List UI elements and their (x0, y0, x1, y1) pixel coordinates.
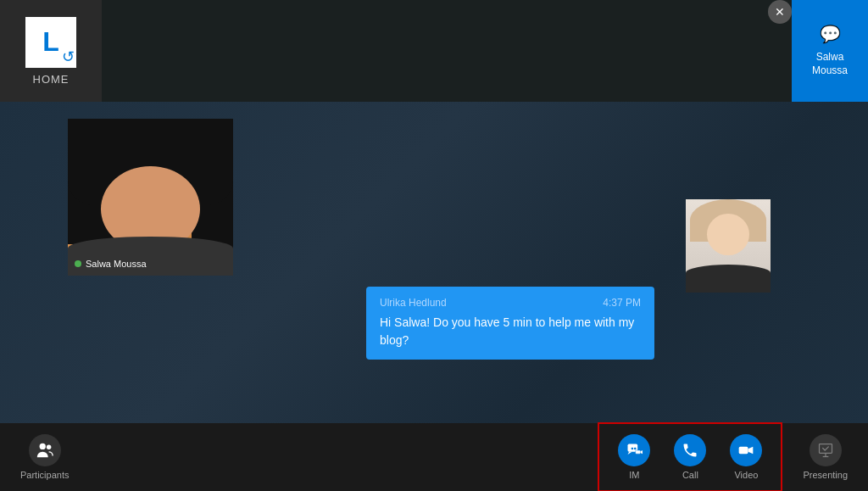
home-button[interactable]: L ↺ HOME (0, 0, 102, 102)
participant-ulrika-tile (686, 199, 771, 293)
presence-indicator (75, 260, 81, 267)
main-content: Salwa Moussa Ulrika Hedlund 4:37 PM Hi S… (0, 102, 868, 423)
chat-message: Hi Salwa! Do you have 5 min to help me w… (380, 314, 641, 349)
svg-rect-8 (739, 447, 748, 454)
participants-icon (29, 434, 61, 466)
chat-icon: 💬 (820, 24, 841, 44)
chat-time: 4:37 PM (603, 297, 641, 309)
ulrika-clothes (686, 265, 771, 293)
call-label: Call (682, 470, 698, 480)
close-button[interactable]: ✕ (768, 0, 792, 24)
presenting-label: Presenting (803, 470, 848, 480)
svg-rect-5 (634, 448, 637, 450)
svg-rect-4 (632, 448, 634, 450)
svg-marker-9 (748, 447, 754, 454)
avatar-clothes (68, 237, 233, 276)
im-label: IM (629, 470, 639, 480)
chat-sender: Ulrika Hedlund (380, 297, 447, 309)
svg-marker-3 (628, 452, 632, 455)
im-icon (618, 434, 650, 466)
im-button[interactable]: IM (606, 427, 662, 487)
call-icon (674, 434, 706, 466)
participants-button[interactable]: Participants (8, 427, 81, 487)
chat-bubble: Ulrika Hedlund 4:37 PM Hi Salwa! Do you … (366, 287, 654, 360)
video-label: Video (734, 470, 758, 480)
svg-rect-6 (636, 450, 641, 454)
svg-point-1 (47, 445, 52, 450)
svg-marker-7 (641, 450, 643, 454)
home-label: HOME (33, 73, 70, 86)
ulrika-face (707, 214, 749, 256)
chat-meta: Ulrika Hedlund 4:37 PM (380, 297, 641, 309)
toolbar: Participants IM (0, 423, 868, 491)
header: L ↺ HOME ✕ 💬 Salwa Moussa (0, 0, 868, 102)
svg-rect-10 (819, 444, 832, 454)
close-icon: ✕ (775, 5, 785, 19)
video-icon (730, 434, 762, 466)
action-buttons-group: IM Call Video (598, 422, 782, 491)
call-button[interactable]: Call (662, 427, 718, 487)
salwa-name-badge: Salwa Moussa (75, 259, 147, 269)
presenting-button[interactable]: Presenting (791, 427, 860, 487)
user-tile-name: Salwa Moussa (812, 51, 848, 77)
home-icon-wrapper: L ↺ (25, 17, 76, 68)
refresh-icon: ↺ (62, 47, 75, 66)
salwa-name-text: Salwa Moussa (86, 259, 147, 269)
lync-logo: L (42, 26, 59, 58)
svg-point-0 (39, 444, 45, 449)
user-tile[interactable]: 💬 Salwa Moussa (792, 0, 868, 102)
participants-label: Participants (20, 470, 69, 480)
salwa-avatar (68, 119, 233, 276)
participant-salwa-tile: Salwa Moussa (68, 119, 233, 276)
presenting-icon (810, 434, 842, 466)
ulrika-avatar (686, 199, 771, 293)
video-button[interactable]: Video (718, 427, 774, 487)
